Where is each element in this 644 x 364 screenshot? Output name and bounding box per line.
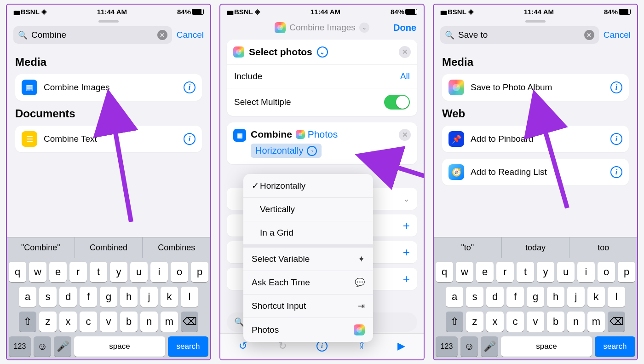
key-d[interactable]: d: [59, 287, 77, 307]
suggestion[interactable]: "to": [434, 237, 502, 258]
chevron-down-icon[interactable]: ⌄: [359, 23, 369, 33]
dictation-key[interactable]: 🎤: [481, 336, 498, 357]
shift-key[interactable]: ⇧: [19, 312, 36, 332]
search-input[interactable]: [458, 30, 581, 40]
key-i[interactable]: i: [577, 262, 595, 282]
suggestion[interactable]: too: [569, 237, 637, 258]
key-m[interactable]: m: [587, 312, 605, 332]
info-icon[interactable]: i: [184, 133, 196, 145]
info-icon[interactable]: i: [610, 166, 622, 178]
key-v[interactable]: v: [527, 312, 544, 332]
key-k[interactable]: k: [161, 287, 178, 307]
backspace-key[interactable]: ⌫: [608, 312, 625, 332]
key-b[interactable]: b: [120, 312, 138, 332]
cancel-button[interactable]: Cancel: [604, 30, 631, 40]
mode-selector[interactable]: Horizontally ›: [251, 144, 322, 158]
key-c[interactable]: c: [506, 312, 524, 332]
key-m[interactable]: m: [161, 312, 178, 332]
keyboard[interactable]: qwertyuiop asdfghjkl ⇧ zxcvbnm ⌫ 123 ☺ 🎤…: [434, 258, 637, 359]
search-input[interactable]: [31, 30, 154, 40]
key-u[interactable]: u: [130, 262, 148, 282]
suggestion[interactable]: today: [502, 237, 570, 258]
result-combine-text[interactable]: ☰ Combine Text i: [15, 126, 202, 152]
key-w[interactable]: w: [29, 262, 46, 282]
key-f[interactable]: f: [506, 287, 524, 307]
backspace-key[interactable]: ⌫: [181, 312, 198, 332]
clear-icon[interactable]: ✕: [584, 30, 594, 40]
space-key[interactable]: space: [501, 336, 592, 357]
shortcut-title[interactable]: Combine Images ⌄: [275, 22, 369, 33]
key-p[interactable]: p: [618, 262, 635, 282]
info-icon[interactable]: i: [610, 81, 622, 93]
keyboard[interactable]: qwertyuiop asdfghjkl ⇧ zxcvbnm ⌫ 123 ☺ 🎤…: [7, 258, 210, 359]
key-n[interactable]: n: [567, 312, 585, 332]
key-u[interactable]: u: [557, 262, 575, 282]
sheet-grabber[interactable]: [525, 20, 546, 23]
cancel-button[interactable]: Cancel: [177, 30, 204, 40]
run-button[interactable]: ▶: [393, 338, 409, 354]
suggestion[interactable]: Combines: [143, 237, 210, 258]
key-h[interactable]: h: [547, 287, 564, 307]
key-l[interactable]: l: [608, 287, 625, 307]
option-select-variable[interactable]: Select Variable✦: [243, 248, 373, 271]
emoji-key[interactable]: ☺: [34, 336, 51, 357]
suggestion[interactable]: Combined: [75, 237, 143, 258]
close-icon[interactable]: ✕: [399, 46, 411, 58]
key-q[interactable]: q: [9, 262, 26, 282]
row-select-multiple[interactable]: Select Multiple: [227, 88, 417, 116]
key-j[interactable]: j: [140, 287, 158, 307]
mode-popup-menu[interactable]: ✓Horizontally Vertically In a Grid Selec…: [243, 174, 373, 342]
search-field[interactable]: 🔍 ✕: [13, 26, 172, 44]
key-t[interactable]: t: [517, 262, 534, 282]
keyboard-suggestions[interactable]: "to" today too: [434, 237, 637, 258]
space-key[interactable]: space: [74, 336, 165, 357]
result-add-to-reading-list[interactable]: 🧭 Add to Reading List i: [442, 159, 629, 185]
option-grid[interactable]: In a Grid: [243, 221, 373, 245]
key-o[interactable]: o: [171, 262, 188, 282]
key-l[interactable]: l: [181, 287, 198, 307]
keyboard-suggestions[interactable]: "Combine" Combined Combines: [7, 237, 210, 258]
key-r[interactable]: r: [69, 262, 87, 282]
key-y[interactable]: y: [110, 262, 127, 282]
shift-key[interactable]: ⇧: [446, 312, 463, 332]
key-h[interactable]: h: [120, 287, 138, 307]
key-i[interactable]: i: [150, 262, 168, 282]
key-w[interactable]: w: [456, 262, 473, 282]
variable-photos[interactable]: Photos: [296, 129, 338, 140]
key-d[interactable]: d: [486, 287, 504, 307]
plus-icon[interactable]: +: [403, 245, 410, 260]
key-r[interactable]: r: [496, 262, 514, 282]
key-b[interactable]: b: [547, 312, 564, 332]
key-k[interactable]: k: [587, 287, 605, 307]
result-add-to-pinboard[interactable]: 📌 Add to Pinboard i: [442, 126, 629, 152]
chevron-down-icon[interactable]: ⌄: [403, 194, 410, 204]
row-include[interactable]: Include All: [227, 64, 417, 88]
plus-icon[interactable]: +: [403, 219, 410, 233]
info-icon[interactable]: i: [610, 133, 622, 145]
clear-icon[interactable]: ✕: [157, 30, 167, 40]
key-g[interactable]: g: [100, 287, 117, 307]
key-s[interactable]: s: [466, 287, 483, 307]
numbers-key[interactable]: 123: [9, 336, 31, 357]
chevron-down-icon[interactable]: ⌄: [317, 46, 328, 58]
key-y[interactable]: y: [537, 262, 554, 282]
option-photos[interactable]: Photos: [243, 318, 373, 342]
search-field[interactable]: 🔍 ✕: [440, 26, 599, 44]
key-z[interactable]: z: [466, 312, 483, 332]
key-q[interactable]: q: [436, 262, 453, 282]
option-ask-each-time[interactable]: Ask Each Time💬: [243, 271, 373, 295]
key-a[interactable]: a: [19, 287, 36, 307]
key-x[interactable]: x: [59, 312, 77, 332]
search-key[interactable]: search: [595, 336, 635, 357]
key-x[interactable]: x: [486, 312, 504, 332]
option-vertically[interactable]: Vertically: [243, 198, 373, 221]
result-save-to-photo-album[interactable]: Save to Photo Album i: [442, 74, 629, 101]
key-e[interactable]: e: [476, 262, 494, 282]
option-shortcut-input[interactable]: Shortcut Input⇥: [243, 295, 373, 318]
result-combine-images[interactable]: ▦ Combine Images i: [15, 74, 202, 101]
info-icon[interactable]: i: [184, 81, 196, 93]
key-s[interactable]: s: [39, 287, 57, 307]
key-c[interactable]: c: [80, 312, 97, 332]
key-z[interactable]: z: [39, 312, 57, 332]
key-t[interactable]: t: [90, 262, 107, 282]
